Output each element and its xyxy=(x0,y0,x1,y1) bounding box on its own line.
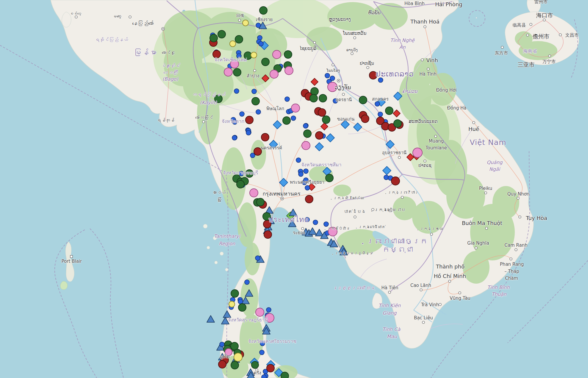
map-marker-circle-b[interactable] xyxy=(333,99,338,103)
map-marker-circle-g[interactable] xyxy=(359,96,367,104)
map-marker-circle-p[interactable] xyxy=(285,66,293,75)
map-marker-circle-y[interactable] xyxy=(243,20,248,26)
map-marker-diamond-bd[interactable] xyxy=(269,140,278,149)
map-marker-circle-p[interactable] xyxy=(328,82,337,92)
map-marker-triangle-st[interactable] xyxy=(207,315,215,322)
map-marker-circle-g[interactable] xyxy=(210,34,218,42)
map-marker-circle-b[interactable] xyxy=(220,342,224,347)
map-marker-circle-b[interactable] xyxy=(239,171,244,176)
map-marker-circle-g[interactable] xyxy=(215,95,222,103)
map-marker-circle-r[interactable] xyxy=(361,115,369,123)
map-marker-circle-b[interactable] xyxy=(245,280,249,285)
map-marker-circle-r[interactable] xyxy=(213,50,220,58)
map-marker-triangle-st[interactable] xyxy=(315,229,323,236)
map-marker-circle-b[interactable] xyxy=(285,97,290,101)
map-marker-circle-r[interactable] xyxy=(267,364,274,372)
map-marker-circle-r[interactable] xyxy=(263,220,271,228)
map-marker-diamond-bd[interactable] xyxy=(383,166,391,175)
map-marker-circle-r[interactable] xyxy=(318,109,326,116)
map-canvas[interactable]: စစ်တွေမကွေးနေပြည်တော်ရခိုင်ပြည်နယ်မြန်မာ… xyxy=(0,0,588,378)
map-marker-circle-b[interactable] xyxy=(259,350,264,355)
map-marker-circle-b[interactable] xyxy=(305,217,309,222)
map-marker-circle-r[interactable] xyxy=(245,116,253,124)
map-marker-circle-b[interactable] xyxy=(259,41,263,46)
map-marker-circle-b[interactable] xyxy=(232,135,237,140)
map-marker-circle-g[interactable] xyxy=(394,120,401,127)
map-marker-circle-g[interactable] xyxy=(322,116,330,124)
map-marker-circle-r[interactable] xyxy=(218,360,226,368)
map-marker-circle-g[interactable] xyxy=(218,30,226,38)
map-marker-circle-r[interactable] xyxy=(315,132,323,139)
map-marker-circle-y[interactable] xyxy=(229,301,235,307)
map-marker-circle-y[interactable] xyxy=(230,41,236,47)
map-marker-circle-g[interactable] xyxy=(244,52,252,60)
map-marker-diamond-rd[interactable] xyxy=(311,78,318,85)
map-marker-circle-r[interactable] xyxy=(254,148,262,155)
map-marker-circle-g[interactable] xyxy=(311,88,318,95)
map-marker-circle-g[interactable] xyxy=(281,372,289,378)
map-marker-diamond-bd[interactable] xyxy=(354,123,362,131)
map-marker-circle-b[interactable] xyxy=(304,169,308,174)
map-marker-circle-p[interactable] xyxy=(328,227,337,236)
map-marker-circle-p[interactable] xyxy=(230,60,239,68)
map-marker-circle-b[interactable] xyxy=(234,89,239,93)
map-marker-circle-b[interactable] xyxy=(237,54,241,58)
map-marker-diamond-bd[interactable] xyxy=(326,134,334,142)
map-marker-circle-b[interactable] xyxy=(252,89,257,94)
map-marker-circle-b[interactable] xyxy=(325,73,330,78)
map-marker-circle-b[interactable] xyxy=(305,185,310,190)
map-marker-circle-p[interactable] xyxy=(413,148,422,157)
map-marker-circle-g[interactable] xyxy=(284,51,292,58)
map-marker-circle-g[interactable] xyxy=(245,170,253,177)
map-marker-circle-b[interactable] xyxy=(324,222,329,227)
map-marker-diamond-bd[interactable] xyxy=(386,140,394,149)
map-marker-circle-b[interactable] xyxy=(266,307,271,312)
map-marker-circle-b[interactable] xyxy=(238,299,243,304)
map-marker-triangle-st[interactable] xyxy=(221,317,229,324)
map-marker-triangle-st[interactable] xyxy=(223,311,231,318)
map-marker-circle-g[interactable] xyxy=(252,97,259,105)
map-marker-circle-g[interactable] xyxy=(310,94,318,102)
map-marker-circle-p[interactable] xyxy=(225,349,232,356)
map-marker-circle-g[interactable] xyxy=(237,180,244,188)
map-marker-diamond-rd[interactable] xyxy=(262,75,269,82)
map-marker-circle-r[interactable] xyxy=(369,71,377,79)
map-marker-circle-g[interactable] xyxy=(385,107,393,115)
map-marker-diamond-bd[interactable] xyxy=(341,120,349,129)
map-marker-diamond-rd[interactable] xyxy=(321,123,328,130)
map-marker-diamond-bd[interactable] xyxy=(279,178,288,187)
map-marker-circle-g[interactable] xyxy=(231,290,239,297)
map-marker-circle-g[interactable] xyxy=(319,94,327,102)
map-marker-diamond-bd[interactable] xyxy=(273,121,282,129)
map-marker-circle-p[interactable] xyxy=(291,104,300,112)
map-marker-circle-p[interactable] xyxy=(302,141,310,150)
map-marker-circle-b[interactable] xyxy=(303,124,308,128)
map-marker-circle-b[interactable] xyxy=(255,256,260,260)
map-marker-circle-g[interactable] xyxy=(283,117,290,124)
map-marker-circle-r[interactable] xyxy=(391,177,400,185)
map-marker-circle-r[interactable] xyxy=(305,195,313,203)
map-marker-diamond-bd[interactable] xyxy=(394,92,402,100)
map-marker-circle-g[interactable] xyxy=(259,7,267,14)
map-marker-circle-b[interactable] xyxy=(232,120,237,124)
map-marker-circle-b[interactable] xyxy=(246,130,251,135)
map-marker-circle-r[interactable] xyxy=(261,133,269,141)
map-marker-circle-y[interactable] xyxy=(251,52,257,58)
map-marker-circle-p[interactable] xyxy=(273,50,281,59)
map-marker-circle-b[interactable] xyxy=(291,116,296,121)
map-marker-circle-g[interactable] xyxy=(326,174,333,182)
map-marker-circle-g[interactable] xyxy=(257,198,264,206)
map-marker-circle-b[interactable] xyxy=(256,110,261,114)
map-marker-circle-g[interactable] xyxy=(304,130,311,138)
map-marker-triangle-st[interactable] xyxy=(288,220,296,227)
map-marker-circle-p[interactable] xyxy=(224,68,232,76)
map-marker-circle-g[interactable] xyxy=(235,35,243,43)
map-marker-circle-r[interactable] xyxy=(264,231,272,238)
map-marker-triangle-st[interactable] xyxy=(245,290,253,296)
map-marker-circle-b[interactable] xyxy=(260,341,265,346)
map-marker-circle-b[interactable] xyxy=(256,23,261,28)
map-marker-diamond-rd[interactable] xyxy=(393,110,400,117)
map-marker-circle-b[interactable] xyxy=(298,172,303,176)
map-marker-circle-b[interactable] xyxy=(378,78,383,82)
map-marker-circle-b[interactable] xyxy=(262,375,266,378)
